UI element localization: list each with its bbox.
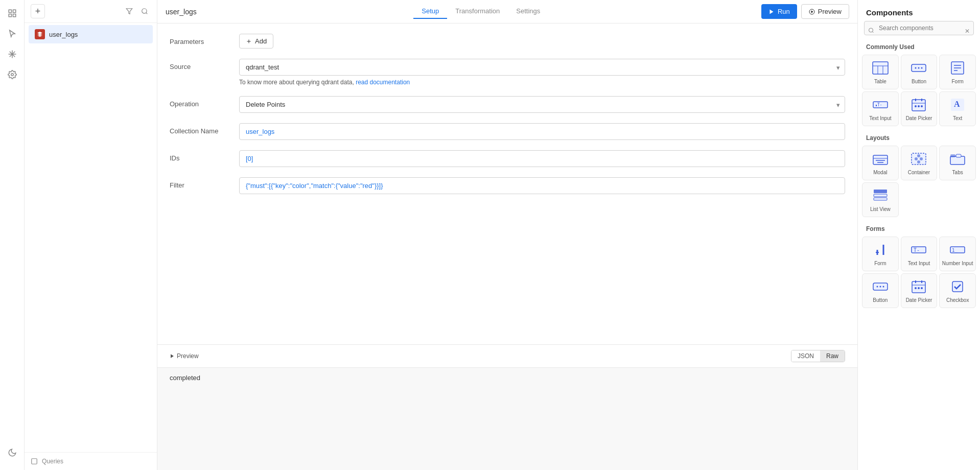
component-text-input[interactable]: T- Text Input: [862, 91, 899, 126]
component-form[interactable]: Form: [939, 55, 976, 89]
tab-transformation[interactable]: Transformation: [447, 4, 508, 19]
button-icon: [909, 60, 928, 76]
queries-panel: + user_logs Queries: [25, 0, 157, 470]
collection-name-input[interactable]: [239, 123, 845, 140]
tab-setup[interactable]: Setup: [413, 4, 447, 19]
date-picker-form-label: Date Picker: [906, 297, 932, 303]
gear-icon[interactable]: [3, 65, 21, 84]
tab-settings[interactable]: Settings: [508, 4, 548, 19]
svg-rect-78: [952, 281, 963, 292]
preview-header: Preview JSON Raw: [157, 345, 857, 368]
component-grid-layouts: Modal Container: [858, 146, 980, 223]
section-commonly-used: Commonly Used: [858, 41, 980, 55]
svg-rect-0: [9, 10, 11, 12]
svg-point-53: [917, 160, 920, 163]
component-text[interactable]: A Text: [939, 91, 976, 126]
form-2-label: Form: [874, 261, 886, 267]
table-label: Table: [874, 79, 886, 85]
query-item-user-logs[interactable]: user_logs: [29, 25, 153, 43]
component-grid-common: Table Button: [858, 55, 980, 132]
source-info-link[interactable]: read documentation: [356, 79, 410, 86]
preview-tabs: JSON Raw: [791, 350, 845, 362]
svg-marker-18: [171, 354, 174, 358]
container-icon: [909, 151, 928, 167]
text-input-2-label: Text Input: [908, 261, 930, 267]
svg-rect-45: [873, 155, 888, 165]
component-button-form[interactable]: Button: [862, 273, 899, 308]
search-input[interactable]: [864, 21, 974, 35]
svg-point-77: [921, 287, 923, 289]
component-checkbox[interactable]: Checkbox: [939, 273, 976, 308]
svg-marker-15: [811, 11, 813, 13]
section-layouts: Layouts: [858, 132, 980, 146]
date-picker-icon: [909, 97, 928, 112]
text-input-2-icon: T-: [909, 242, 928, 257]
add-parameter-button[interactable]: Add: [239, 34, 273, 49]
component-number-input[interactable]: 1_ Number Input: [939, 237, 976, 271]
preview-tab-raw[interactable]: Raw: [820, 350, 845, 362]
top-bar-actions: Run Preview: [761, 4, 849, 19]
svg-point-69: [879, 286, 881, 288]
component-form-2[interactable]: Form: [862, 237, 899, 271]
component-container[interactable]: Container: [901, 146, 938, 180]
operation-control: Delete Points ▾: [239, 96, 845, 113]
svg-rect-21: [873, 62, 888, 74]
number-input-label: Number Input: [942, 261, 973, 267]
operation-label: Operation: [170, 96, 231, 108]
filter-label: Filter: [170, 177, 231, 189]
svg-rect-58: [874, 194, 887, 197]
queries-panel-header: +: [25, 0, 157, 23]
preview-result: completed: [170, 374, 200, 382]
svg-point-75: [915, 287, 917, 289]
component-button[interactable]: Button: [901, 55, 938, 89]
svg-line-20: [872, 32, 873, 33]
text-icon: A: [948, 97, 967, 112]
svg-point-27: [918, 67, 920, 69]
component-table[interactable]: Table: [862, 55, 899, 89]
ids-input[interactable]: [239, 150, 845, 167]
preview-tab-json[interactable]: JSON: [791, 350, 820, 362]
svg-point-50: [915, 157, 918, 160]
svg-text:1_: 1_: [952, 248, 958, 253]
search-button[interactable]: [138, 5, 151, 17]
source-select-wrapper: qdrant_test ▾: [239, 59, 845, 76]
filter-input[interactable]: [239, 177, 845, 194]
top-bar: user_logs Setup Transformation Settings …: [157, 0, 857, 24]
snowflake-icon[interactable]: [3, 45, 21, 63]
query-item-icon: [35, 29, 45, 39]
moon-icon[interactable]: [3, 443, 21, 462]
svg-point-76: [918, 287, 920, 289]
component-list-view[interactable]: List View: [862, 182, 899, 217]
operation-select[interactable]: Delete Points: [239, 96, 845, 113]
svg-point-28: [921, 67, 923, 69]
button-form-icon: [871, 279, 890, 294]
component-modal[interactable]: Modal: [862, 146, 899, 180]
component-tabs[interactable]: Tabs: [939, 146, 976, 180]
component-date-picker[interactable]: Date Picker: [901, 91, 938, 126]
component-date-picker-form[interactable]: Date Picker: [901, 273, 938, 308]
ids-control: [239, 150, 845, 167]
page-icon[interactable]: [3, 4, 21, 22]
svg-point-70: [882, 286, 884, 288]
filter-button[interactable]: [123, 5, 135, 17]
run-button[interactable]: Run: [761, 4, 797, 19]
add-query-button[interactable]: +: [31, 4, 45, 18]
queries-panel-footer[interactable]: Queries: [25, 452, 157, 470]
number-input-icon: 1_: [948, 242, 967, 257]
preview-button[interactable]: Preview: [801, 4, 849, 19]
form-2-icon: [871, 242, 890, 257]
text-input-label: Text Input: [869, 115, 891, 122]
parameters-control: Add: [239, 34, 845, 49]
svg-rect-12: [32, 459, 37, 464]
svg-rect-57: [874, 190, 887, 193]
parameters-row: Parameters Add: [170, 34, 845, 49]
operation-select-wrapper: Delete Points ▾: [239, 96, 845, 113]
cursor-icon[interactable]: [3, 25, 21, 43]
svg-point-26: [915, 67, 917, 69]
svg-text:T-: T-: [877, 103, 882, 107]
source-select[interactable]: qdrant_test: [239, 59, 845, 76]
container-label: Container: [908, 170, 930, 176]
modal-label: Modal: [873, 170, 887, 176]
clear-search-icon[interactable]: ✕: [965, 28, 970, 35]
component-text-input-2[interactable]: T- Text Input: [901, 237, 938, 271]
